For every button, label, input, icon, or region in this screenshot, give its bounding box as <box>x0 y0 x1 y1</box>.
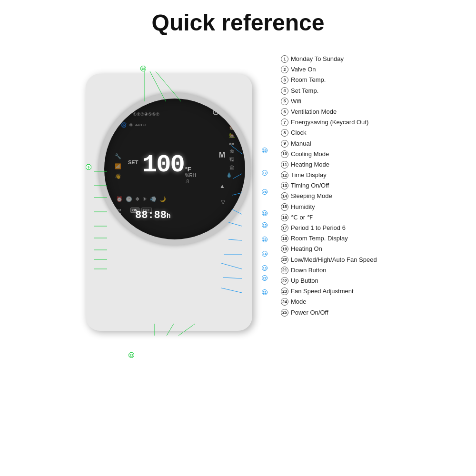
ref-num-7: 7 <box>281 119 288 126</box>
bottom-icons-row: ⏰🕐❄☀💨🌙 <box>116 196 166 202</box>
m-label: M <box>219 151 225 159</box>
ref-num-21: 21 <box>281 267 288 274</box>
rh-unit: %RH <box>185 173 196 178</box>
ref-item-8: 8 Clock <box>281 129 405 137</box>
ref-item-23: 23 Fan Speed Adjustment <box>281 287 405 296</box>
ref-item-7: 7 Energysaving (Keycard Out) <box>281 118 405 127</box>
temp-number: 100 <box>142 151 184 179</box>
ref-num-19: 19 <box>281 245 288 253</box>
ref-item-16: 16 ℃ or ℉ <box>281 213 405 222</box>
humidity-icon: 💧 <box>226 172 232 178</box>
ref-text-23: Fan Speed Adjustment <box>291 287 405 296</box>
house-icons: 🏠 🏡 🏘 🏚 🏗 🏛 <box>229 125 235 170</box>
ref-item-3: 3 Room Temp. <box>281 76 405 84</box>
ampm-display: PM AM <box>116 208 121 217</box>
ref-text-24: Mode <box>291 298 405 306</box>
ref-item-2: 2 Valve On <box>281 65 405 74</box>
ref-item-6: 6 Ventilation Mode <box>281 108 405 116</box>
ref-item-4: 4 Set Temp. <box>281 87 405 95</box>
annotation-num-18: 18 <box>140 66 146 71</box>
ann-14: 14 <box>262 251 268 257</box>
ref-num-15: 15 <box>281 203 288 211</box>
ref-num-9: 9 <box>281 140 288 148</box>
fan-icons-row: 🌀❄AUTO <box>121 122 146 128</box>
ref-text-12: Time Display <box>291 171 405 179</box>
ref-num-18: 18 <box>281 235 288 242</box>
ref-item-21: 21 Down Button <box>281 266 405 275</box>
ref-num-24: 24 <box>281 298 288 306</box>
device-wrapper: 20 19 18 <box>71 45 271 355</box>
ref-text-25: Power On/Off <box>291 308 405 317</box>
ref-item-25: 25 Power On/Off <box>281 308 405 317</box>
ref-text-18: Room Temp. Display <box>291 234 405 243</box>
down-arrow-icon: ▽ <box>221 198 225 205</box>
page-title: Quick reference <box>0 0 476 40</box>
ref-item-24: 24 Mode <box>281 298 405 306</box>
ref-text-14: Sleeping Mode <box>291 192 405 200</box>
ref-text-1: Monday To Sunday <box>291 55 405 63</box>
reference-list: 1 Monday To Sunday 2 Valve On 3 Room Tem… <box>281 55 405 319</box>
ref-num-22: 22 <box>281 277 288 285</box>
ref-item-15: 15 Humidity <box>281 203 405 211</box>
ref-num-13: 13 <box>281 182 288 189</box>
ref-item-17: 17 Period 1 to Period 6 <box>281 224 405 232</box>
ref-num-25: 25 <box>281 309 288 317</box>
b-indicator: .8 <box>185 179 189 184</box>
up-arrow-icon: ▲ <box>219 183 225 189</box>
ref-item-19: 19 Heating On <box>281 245 405 253</box>
ref-num-23: 23 <box>281 288 288 295</box>
ref-num-3: 3 <box>281 76 288 84</box>
ann-16: 16 <box>262 210 268 216</box>
ann-15: 15 <box>262 222 268 228</box>
ref-item-22: 22 Up Button <box>281 277 405 285</box>
ann-17: 17 <box>262 170 268 176</box>
ann-9: 9 <box>86 164 91 170</box>
ref-num-12: 12 <box>281 171 288 179</box>
ref-text-13: Timing On/Off <box>291 181 405 190</box>
ref-num-16: 16 <box>281 214 288 221</box>
ref-text-22: Up Button <box>291 277 405 285</box>
ann-25: 25 <box>262 148 268 153</box>
ref-text-5: Wifi <box>291 97 405 106</box>
ann-23: 23 <box>262 237 268 242</box>
ref-num-17: 17 <box>281 224 288 232</box>
ref-text-11: Heating Mode <box>291 160 405 169</box>
ref-text-17: Period 1 to Period 6 <box>291 224 405 232</box>
ref-text-3: Room Temp. <box>291 76 405 84</box>
left-icons: 🔧 📶 👋 <box>115 153 121 179</box>
ann-22: 22 <box>262 275 268 281</box>
ref-item-14: 14 Sleeping Mode <box>281 192 405 200</box>
ref-text-4: Set Temp. <box>291 87 405 95</box>
main-container: 20 19 18 <box>0 40 476 355</box>
day-numbers-row: ①②③④⑤⑥⑦ <box>133 112 159 117</box>
ref-item-10: 10 Cooling Mode <box>281 150 405 159</box>
ann-12: 12 <box>129 352 134 358</box>
ref-num-20: 20 <box>281 256 288 264</box>
set-label: SET <box>128 159 138 165</box>
temp-unit: °F <box>185 166 191 173</box>
main-temp-display: 100 °F %RH .8 <box>142 151 196 184</box>
ref-num-10: 10 <box>281 150 288 158</box>
ref-text-6: Ventilation Mode <box>291 108 405 116</box>
ref-text-16: ℃ or ℉ <box>291 213 405 222</box>
ref-text-9: Manual <box>291 139 405 148</box>
ref-num-1: 1 <box>281 55 288 63</box>
ann-13: 13 <box>262 265 268 271</box>
ref-num-11: 11 <box>281 161 288 169</box>
ref-num-4: 4 <box>281 87 288 95</box>
ref-num-14: 14 <box>281 192 288 200</box>
ref-num-8: 8 <box>281 129 288 137</box>
ann-21: 21 <box>262 289 268 295</box>
ref-text-15: Humidity <box>291 203 405 211</box>
thermostat-display[interactable]: ⏻ M ①②③④⑤⑥⑦ 🌀❄AUTO 🔧 📶 👋 SET 100 <box>99 93 251 245</box>
ref-num-2: 2 <box>281 66 288 73</box>
ref-text-7: Energysaving (Keycard Out) <box>291 118 405 127</box>
ref-item-13: 13 Timing On/Off <box>281 181 405 190</box>
ref-item-1: 1 Monday To Sunday <box>281 55 405 63</box>
ref-item-12: 12 Time Display <box>281 171 405 179</box>
ref-text-20: Low/Med/High/Auto Fan Speed <box>291 256 405 264</box>
ref-text-8: Clock <box>291 129 405 137</box>
time-display: 88:88h <box>135 209 170 221</box>
ref-num-5: 5 <box>281 98 288 105</box>
ref-text-10: Cooling Mode <box>291 150 405 159</box>
